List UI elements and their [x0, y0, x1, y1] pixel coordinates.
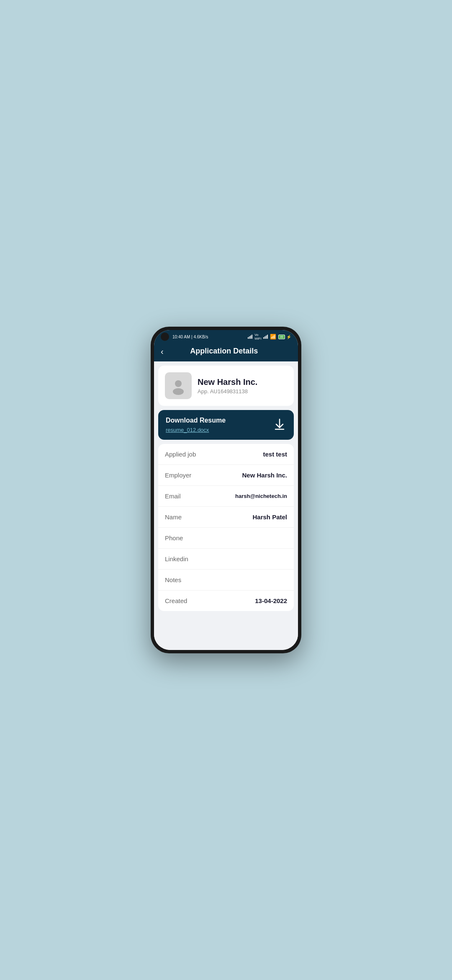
status-time: 10:40 AM | 4.6KB/s: [172, 335, 208, 339]
table-row: Notes: [158, 570, 294, 591]
back-button[interactable]: ‹: [161, 347, 164, 356]
profile-info: New Harsh Inc. App. AU1649831138: [198, 377, 257, 395]
phone-screen: 10:40 AM | 4.6KB/s VoWiFi 📶: [154, 330, 298, 650]
svg-point-0: [175, 380, 182, 387]
user-avatar-icon: [169, 377, 187, 395]
table-row: Name Harsh Patel: [158, 507, 294, 528]
status-bar: 10:40 AM | 4.6KB/s VoWiFi 📶: [154, 330, 298, 343]
download-icon: [273, 418, 286, 433]
nav-bar: ‹ Application Details: [154, 343, 298, 361]
field-label-email: Email: [165, 493, 181, 500]
page-content: New Harsh Inc. App. AU1649831138 Downloa…: [154, 361, 298, 650]
resume-filename[interactable]: resume_012.docx: [166, 427, 226, 433]
field-label-created: Created: [165, 597, 187, 604]
camera-cutout: [161, 333, 169, 341]
table-row: Email harsh@nichetech.in: [158, 486, 294, 507]
vo-wifi-label: VoWiFi: [254, 333, 261, 340]
profile-card: New Harsh Inc. App. AU1649831138: [158, 366, 294, 406]
field-label-applied-job: Applied job: [165, 451, 196, 458]
svg-point-1: [173, 388, 184, 395]
field-label-name: Name: [165, 513, 182, 521]
application-id: App. AU1649831138: [198, 388, 257, 395]
download-resume-card[interactable]: Download Resume resume_012.docx: [158, 410, 294, 440]
table-row: Employer New Harsh Inc.: [158, 465, 294, 486]
field-value-employer: New Harsh Inc.: [242, 472, 287, 479]
table-row: Created 13-04-2022: [158, 591, 294, 611]
field-value-name: Harsh Patel: [252, 513, 287, 521]
table-row: Applied job test test: [158, 444, 294, 465]
field-label-employer: Employer: [165, 472, 191, 479]
page-title: Application Details: [169, 347, 280, 356]
info-section: Applied job test test Employer New Harsh…: [158, 444, 294, 611]
field-label-phone: Phone: [165, 534, 183, 542]
wifi-icon: 📶: [270, 334, 276, 340]
table-row: Linkedin: [158, 549, 294, 570]
battery-indicator: 89: [278, 335, 285, 339]
field-label-linkedin: Linkedin: [165, 555, 188, 562]
download-resume-label: Download Resume: [166, 417, 226, 424]
phone-shell: 10:40 AM | 4.6KB/s VoWiFi 📶: [151, 327, 301, 653]
status-left: 10:40 AM | 4.6KB/s: [161, 333, 208, 341]
table-row: Phone: [158, 528, 294, 549]
bottom-spacer: [154, 611, 298, 618]
signal-icon-2: [263, 335, 268, 339]
company-name: New Harsh Inc.: [198, 377, 257, 387]
field-value-email: harsh@nichetech.in: [235, 493, 287, 499]
field-label-notes: Notes: [165, 576, 181, 583]
charging-icon: ⚡: [286, 335, 291, 339]
field-value-created: 13-04-2022: [255, 597, 287, 604]
field-value-applied-job: test test: [263, 451, 287, 458]
download-text-area: Download Resume resume_012.docx: [166, 417, 226, 433]
signal-icon: [248, 335, 252, 339]
avatar: [165, 372, 192, 399]
status-right: VoWiFi 📶 89 ⚡: [248, 333, 291, 340]
